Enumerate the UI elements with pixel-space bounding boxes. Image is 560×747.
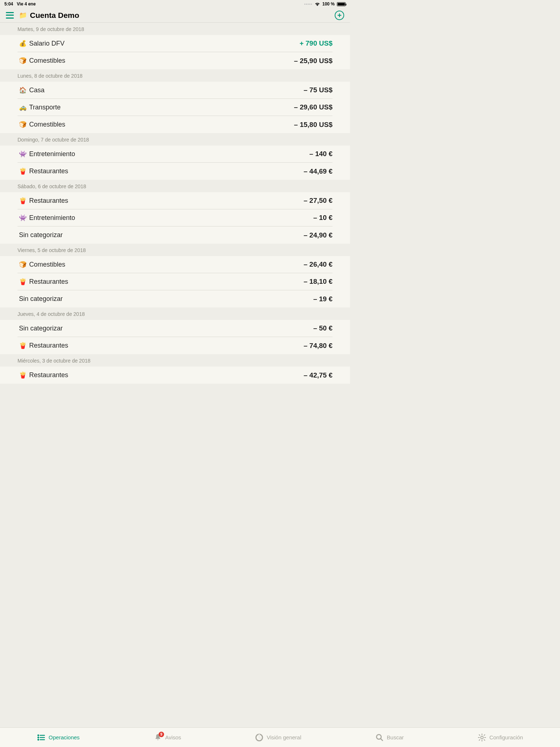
category-icon: 🍞 [18,121,28,128]
transaction-row[interactable]: 🍟Restaurantes– 42,75 € [18,367,332,384]
transaction-amount: – 140 € [310,150,332,158]
transaction-amount: – 29,60 US$ [294,103,332,111]
category-icon: 🍟 [18,342,28,349]
add-button[interactable]: + [335,11,344,20]
transaction-name: Restaurantes [29,371,68,379]
transaction-amount: – 18,10 € [304,278,332,286]
transaction-row[interactable]: Sin categorizar– 19 € [18,290,332,307]
account-title: Cuenta Demo [30,11,79,20]
category-icon: 👾 [18,214,28,222]
transaction-name: Entretenimiento [29,214,75,222]
transaction-name: Restaurantes [29,197,68,205]
date-header: Lunes, 8 de octubre de 2018 [0,69,350,82]
transaction-amount: – 19 € [313,295,332,303]
status-bar: 5:04 Vie 4 ene ••••• 100 % [0,0,350,8]
transaction-name: Transporte [29,104,61,111]
category-icon: 🍞 [18,261,28,268]
transaction-list[interactable]: Martes, 9 de octubre de 2018💰Salario DFV… [0,23,350,447]
category-icon: 🍟 [18,371,28,379]
cellular-dots-icon: ••••• [304,2,312,6]
transaction-amount: – 74,80 € [304,342,332,350]
transaction-amount: – 44,69 € [304,167,332,175]
transaction-name: Restaurantes [29,342,68,349]
transaction-row[interactable]: 🍞Comestibles– 25,90 US$ [18,52,332,69]
transaction-name: Casa [29,86,44,94]
status-time: 5:04 [4,1,13,7]
category-icon: 🏠 [18,86,28,94]
category-icon: 🍟 [18,278,28,286]
transaction-name: Comestibles [29,261,65,268]
transaction-amount: – 26,40 € [304,260,332,268]
transaction-name: Comestibles [29,121,65,128]
category-icon: 👾 [18,150,28,158]
transaction-row[interactable]: Sin categorizar– 24,90 € [18,227,332,244]
transaction-row[interactable]: 👾Entretenimiento– 10 € [18,209,332,227]
category-icon: 🍟 [18,167,28,175]
battery-icon [337,2,346,6]
transaction-row[interactable]: 🚕Transporte– 29,60 US$ [18,99,332,116]
date-header: Viernes, 5 de octubre de 2018 [0,244,350,256]
transaction-row[interactable]: 🍞Comestibles– 15,80 US$ [18,116,332,133]
transaction-amount: – 42,75 € [304,371,332,379]
date-header: Sábado, 6 de octubre de 2018 [0,180,350,192]
transaction-name: Comestibles [29,57,65,65]
transaction-amount: – 27,50 € [304,197,332,205]
date-header: Jueves, 4 de octubre de 2018 [0,307,350,320]
transaction-amount: – 75 US$ [304,86,332,94]
date-header: Domingo, 7 de octubre de 2018 [0,133,350,146]
transaction-amount: – 50 € [313,324,332,332]
transaction-amount: – 24,90 € [304,231,332,239]
transaction-amount: + 790 US$ [300,39,332,47]
transaction-name: Entretenimiento [29,150,75,158]
transaction-row[interactable]: 🍟Restaurantes– 44,69 € [18,163,332,180]
transaction-amount: – 25,90 US$ [294,57,332,65]
transaction-amount: – 15,80 US$ [294,121,332,129]
category-icon: 🍞 [18,57,28,65]
transaction-name: Restaurantes [29,278,68,286]
date-header: Miércoles, 3 de octubre de 2018 [0,354,350,367]
folder-icon: 📁 [19,11,27,19]
transaction-amount: – 10 € [313,214,332,222]
transaction-row[interactable]: Sin categorizar– 50 € [18,320,332,337]
transaction-row[interactable]: 🍟Restaurantes– 18,10 € [18,273,332,290]
transaction-name: Salario DFV [29,40,65,47]
app-header: 📁 Cuenta Demo + [0,8,350,23]
category-icon: 🍟 [18,197,28,205]
date-header: Martes, 9 de octubre de 2018 [0,23,350,35]
transaction-name: Sin categorizar [19,325,63,332]
category-icon: 💰 [18,40,28,47]
menu-icon[interactable] [6,12,14,19]
transaction-name: Sin categorizar [19,295,63,303]
category-icon: 🚕 [18,104,28,111]
transaction-row[interactable]: 👾Entretenimiento– 140 € [18,146,332,163]
transaction-row[interactable]: 🍟Restaurantes– 74,80 € [18,337,332,354]
transaction-row[interactable]: 🍞Comestibles– 26,40 € [18,256,332,273]
transaction-name: Sin categorizar [19,231,63,239]
transaction-row[interactable]: 🍟Restaurantes– 27,50 € [18,192,332,209]
transaction-name: Restaurantes [29,167,68,175]
battery-percent: 100 % [322,1,335,7]
transaction-row[interactable]: 💰Salario DFV+ 790 US$ [18,35,332,52]
transaction-row[interactable]: 🏠Casa– 75 US$ [18,82,332,99]
status-date: Vie 4 ene [17,1,36,7]
wifi-icon [315,2,320,6]
